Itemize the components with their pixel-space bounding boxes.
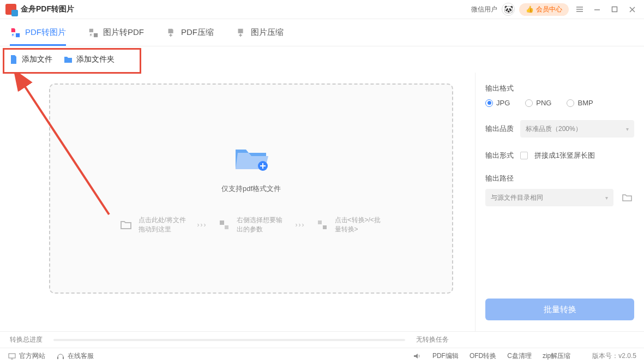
user-avatar[interactable]: 🐼 bbox=[502, 3, 515, 16]
step-2: 右侧选择想要输出的参数 bbox=[217, 216, 286, 234]
step-2-text: 右侧选择想要输出的参数 bbox=[237, 216, 286, 234]
image-compress-icon bbox=[236, 27, 246, 38]
thumbs-up-icon: 👍 bbox=[526, 5, 534, 13]
dots-icon: ››› bbox=[197, 221, 207, 229]
file-icon bbox=[9, 55, 19, 64]
svg-rect-13 bbox=[220, 220, 224, 225]
svg-rect-8 bbox=[238, 28, 243, 33]
menu-icon[interactable] bbox=[573, 3, 586, 16]
vip-label: 会员中心 bbox=[536, 5, 562, 14]
app-title: 金舟PDF转图片 bbox=[21, 4, 74, 14]
tab-label: 图片转PDF bbox=[103, 27, 144, 38]
stitch-checkbox[interactable] bbox=[520, 152, 528, 159]
step-3-text: 点击<转换>/<批量转换> bbox=[335, 216, 384, 234]
folder-icon bbox=[63, 55, 73, 64]
folder-plus-icon bbox=[232, 143, 270, 173]
path-select[interactable]: 与源文件目录相同 bbox=[485, 189, 613, 206]
tab-label: PDF转图片 bbox=[25, 27, 66, 38]
footer-link-pdf-edit[interactable]: PDF编辑 bbox=[432, 351, 459, 361]
version-label: 版本号：v2.0.5 bbox=[592, 351, 636, 361]
progress-label: 转换总进度 bbox=[10, 335, 43, 344]
progress-status: 无转换任务 bbox=[416, 335, 449, 344]
radio-png[interactable]: PNG bbox=[525, 99, 551, 107]
tab-image-compress[interactable]: 图片压缩 bbox=[236, 19, 284, 46]
svg-rect-4 bbox=[612, 7, 617, 12]
svg-rect-16 bbox=[323, 225, 327, 229]
tab-image-to-pdf[interactable]: 图片转PDF bbox=[88, 19, 144, 46]
step-1-text: 点击此处/将文件拖动到这里 bbox=[139, 216, 188, 234]
tab-pdf-to-image[interactable]: PDF转图片 bbox=[10, 19, 66, 46]
pdf-compress-icon bbox=[166, 27, 177, 38]
footer: 官方网站 在线客服 PDF编辑 OFD转换 C盘清理 zip解压缩 版本号：v2… bbox=[0, 348, 644, 364]
convert-icon bbox=[315, 218, 329, 232]
add-buttons-row: 添加文件 添加文件夹 bbox=[0, 46, 644, 73]
app-logo-icon bbox=[5, 4, 16, 15]
image-to-pdf-icon bbox=[88, 27, 99, 38]
add-folder-button[interactable]: 添加文件夹 bbox=[63, 55, 115, 64]
browse-folder-button[interactable] bbox=[620, 190, 634, 205]
settings-icon bbox=[217, 218, 231, 232]
output-quality-label: 输出品质 bbox=[485, 124, 514, 134]
folder-open-icon bbox=[119, 218, 133, 232]
radio-jpg[interactable]: JPG bbox=[485, 99, 510, 107]
svg-rect-7 bbox=[89, 28, 93, 32]
footer-link-zip[interactable]: zip解压缩 bbox=[543, 351, 570, 361]
step-1: 点击此处/将文件拖动到这里 bbox=[119, 216, 188, 234]
monitor-icon bbox=[8, 352, 16, 361]
pdf-to-image-icon bbox=[10, 27, 21, 38]
right-panel: 输出格式 JPG PNG BMP 输出品质 标准品质（200%） 输出形式 拼接… bbox=[475, 73, 644, 331]
svg-rect-14 bbox=[225, 225, 228, 229]
speaker-icon bbox=[413, 351, 422, 360]
drop-support-text: 仅支持pdf格式文件 bbox=[221, 184, 281, 194]
quality-select[interactable]: 标准品质（200%） bbox=[520, 120, 634, 138]
steps-row: 点击此处/将文件拖动到这里 ››› 右侧选择想要输出的参数 ››› 点击<转换>… bbox=[119, 216, 384, 234]
output-format-label: 输出格式 bbox=[485, 83, 634, 93]
titlebar: 金舟PDF转图片 微信用户 🐼 👍 会员中心 bbox=[0, 0, 644, 19]
svg-rect-19 bbox=[57, 357, 58, 359]
add-file-label: 添加文件 bbox=[22, 55, 52, 64]
add-file-button[interactable]: 添加文件 bbox=[9, 55, 52, 64]
maximize-icon[interactable] bbox=[608, 3, 621, 16]
svg-rect-20 bbox=[63, 357, 64, 359]
official-site-link[interactable]: 官方网站 bbox=[8, 351, 45, 361]
stitch-label: 拼接成1张竖屏长图 bbox=[534, 151, 595, 160]
batch-convert-button[interactable]: 批量转换 bbox=[485, 299, 634, 320]
online-service-link[interactable]: 在线客服 bbox=[56, 351, 94, 361]
tab-label: PDF压缩 bbox=[181, 27, 214, 38]
footer-link-cdisk[interactable]: C盘清理 bbox=[507, 351, 532, 361]
progress-track bbox=[53, 339, 405, 341]
tab-pdf-compress[interactable]: PDF压缩 bbox=[166, 19, 214, 46]
drop-zone[interactable]: 仅支持pdf格式文件 点击此处/将文件拖动到这里 ››› 右侧选择想要输出的参数… bbox=[49, 83, 453, 294]
progress-bar-row: 转换总进度 无转换任务 bbox=[0, 331, 644, 348]
footer-link-ofd[interactable]: OFD转换 bbox=[470, 351, 496, 361]
output-path-label: 输出路径 bbox=[485, 174, 634, 183]
headset-icon bbox=[56, 352, 65, 361]
svg-rect-15 bbox=[318, 220, 322, 224]
vip-center-button[interactable]: 👍 会员中心 bbox=[519, 3, 569, 16]
dots-icon: ››› bbox=[296, 221, 305, 229]
step-3: 点击<转换>/<批量转换> bbox=[315, 216, 384, 234]
minimize-icon[interactable] bbox=[591, 3, 604, 16]
tab-label: 图片压缩 bbox=[251, 27, 284, 38]
radio-bmp[interactable]: BMP bbox=[567, 99, 593, 107]
close-icon[interactable] bbox=[625, 3, 639, 16]
svg-rect-17 bbox=[9, 354, 15, 358]
output-form-label: 输出形式 bbox=[485, 151, 514, 160]
wechat-user-label: 微信用户 bbox=[471, 5, 497, 14]
add-folder-label: 添加文件夹 bbox=[76, 55, 115, 64]
main-tabs: PDF转图片 图片转PDF PDF压缩 图片压缩 bbox=[0, 19, 644, 46]
